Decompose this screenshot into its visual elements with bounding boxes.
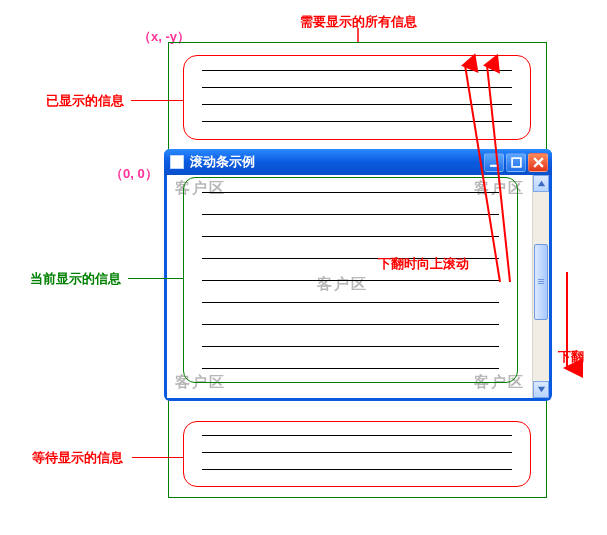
connector-already-shown (131, 100, 183, 101)
svg-line-8 (465, 65, 500, 282)
label-page-down: 下翻 (558, 348, 584, 366)
label-currently-shown: 当前显示的信息 (30, 270, 121, 288)
waiting-shown-box (183, 421, 531, 487)
label-already-shown: 已显示的信息 (46, 92, 124, 110)
app-icon (170, 155, 184, 169)
svg-line-9 (487, 65, 510, 282)
arrow-content-scroll-up (455, 57, 555, 287)
label-coord-origin: （0, 0） (110, 165, 158, 183)
scrollbar-down-button[interactable] (533, 381, 549, 398)
window-title: 滚动条示例 (190, 153, 484, 171)
svg-marker-6 (537, 387, 544, 392)
label-waiting-shown: 等待显示的信息 (32, 449, 123, 467)
connector-waiting-shown (132, 457, 184, 458)
connector-currently-shown (128, 278, 184, 279)
chevron-down-icon (537, 385, 546, 394)
